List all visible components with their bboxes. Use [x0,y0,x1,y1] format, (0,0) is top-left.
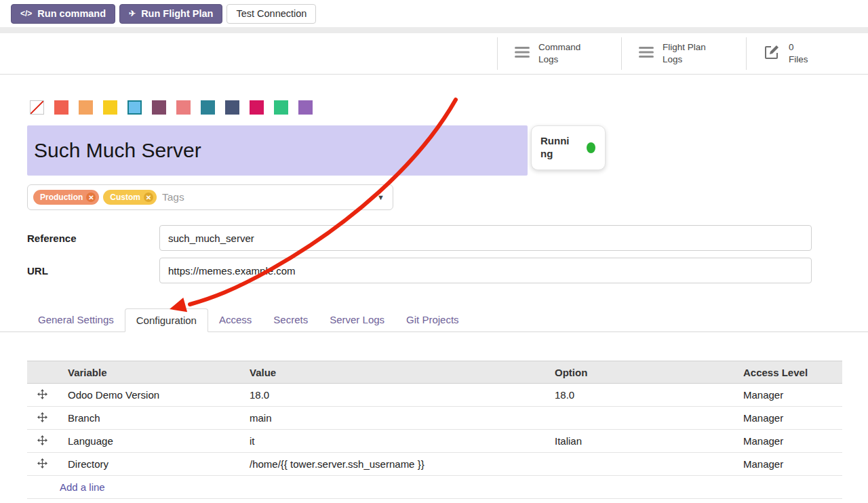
add-a-line-link[interactable]: Add a line [60,481,105,493]
table-row: Odoo Demo Version 18.0 18.0 Manager [27,384,842,407]
tags-placeholder: Tags [162,191,184,203]
status-badge: Running [531,125,606,170]
color-swatch-green[interactable] [274,100,288,115]
paper-plane-icon: ✈ [129,9,136,18]
cell-variable[interactable]: Odoo Demo Version [57,384,239,407]
tab-git-projects[interactable]: Git Projects [395,308,470,331]
cell-variable[interactable]: Directory [57,453,239,476]
cell-value[interactable]: /home/{{ tower.server.ssh_username }} [239,453,544,476]
url-input[interactable] [159,258,812,283]
server-name-input[interactable] [27,125,528,176]
color-swatch-none[interactable] [30,100,44,115]
color-swatch-cyan-selected[interactable] [127,100,142,115]
cell-variable[interactable]: Branch [57,407,239,430]
command-logs-label: Command Logs [538,41,580,66]
title-row: Running [27,125,868,176]
cell-access-level[interactable]: Manager [732,407,842,430]
color-swatch-salmon[interactable] [176,100,191,115]
top-toolbar: </> Run command ✈ Run Flight Plan Test C… [0,0,868,27]
run-flight-plan-button[interactable]: ✈ Run Flight Plan [119,4,222,24]
handle-column-header [27,361,57,384]
column-header-value: Value [239,361,544,384]
column-header-access-level: Access Level [732,361,842,384]
drag-handle-icon[interactable] [37,389,47,399]
color-swatch-orange[interactable] [79,100,93,115]
table-header-row: Variable Value Option Access Level [27,361,842,384]
configuration-table: Variable Value Option Access Level Odoo … [27,361,842,499]
run-command-button[interactable]: </> Run command [11,4,115,24]
add-line-row: Add a line [27,476,842,499]
tag-custom-remove-icon[interactable]: ✕ [144,193,153,202]
tab-configuration[interactable]: Configuration [125,308,208,332]
drag-handle-icon[interactable] [37,458,47,468]
files-button[interactable]: 0 Files [746,37,868,70]
tab-secrets[interactable]: Secrets [262,308,319,331]
cell-option[interactable]: 18.0 [544,384,732,407]
cell-option[interactable]: Italian [544,430,732,453]
tag-production: Production ✕ [33,190,99,205]
table-row: Language it Italian Manager [27,430,842,453]
color-swatch-navy[interactable] [225,100,239,115]
cell-access-level[interactable]: Manager [732,453,842,476]
cell-variable[interactable]: Language [57,430,239,453]
cell-access-level[interactable]: Manager [732,430,842,453]
color-swatch-dark-purple[interactable] [152,100,166,115]
tab-access[interactable]: Access [208,308,262,331]
flight-plan-logs-label: Flight Plan Logs [663,41,706,66]
table-row: Directory /home/{{ tower.server.ssh_user… [27,453,842,476]
flight-plan-logs-button[interactable]: Flight Plan Logs [621,37,746,70]
reference-label: Reference [27,233,159,244]
toolbar-separator [0,27,868,33]
tab-general-settings[interactable]: General Settings [27,308,125,331]
list-icon [639,47,654,60]
url-field-row: URL [27,258,868,283]
tab-bar: General Settings Configuration Access Se… [0,308,868,332]
cell-option[interactable] [544,453,732,476]
cell-option[interactable] [544,407,732,430]
tag-custom-label: Custom [110,193,140,202]
color-swatch-magenta[interactable] [250,100,264,115]
drag-handle-icon[interactable] [37,412,47,422]
status-label: Running [540,135,573,161]
table-row: Branch main Manager [27,407,842,430]
color-swatch-yellow[interactable] [103,100,117,115]
cell-value[interactable]: it [239,430,544,453]
cell-value[interactable]: main [239,407,544,430]
color-swatch-teal[interactable] [201,100,215,115]
tag-production-label: Production [40,193,83,202]
test-connection-label: Test Connection [236,8,307,19]
cell-access-level[interactable]: Manager [732,384,842,407]
color-palette [30,100,868,115]
main-content: Running Production ✕ Custom ✕ Tags ▼ Ref… [0,75,868,499]
page-header: Command Logs Flight Plan Logs 0 Files [0,33,868,75]
list-icon [515,47,530,60]
chevron-down-icon[interactable]: ▼ [377,193,384,201]
reference-field-row: Reference [27,225,868,251]
status-dot [587,142,595,153]
command-logs-button[interactable]: Command Logs [497,37,621,70]
tag-production-remove-icon[interactable]: ✕ [86,193,96,202]
run-flight-plan-label: Run Flight Plan [141,8,213,19]
color-swatch-violet[interactable] [298,100,313,115]
files-label: 0 Files [789,41,808,66]
edit-pencil-icon [764,44,780,63]
tags-input[interactable]: Production ✕ Custom ✕ Tags ▼ [27,184,393,210]
color-swatch-red[interactable] [54,100,68,115]
reference-input[interactable] [159,225,812,251]
drag-handle-icon[interactable] [37,435,47,445]
column-header-option: Option [544,361,732,384]
tab-server-logs[interactable]: Server Logs [319,308,395,331]
cell-value[interactable]: 18.0 [239,384,544,407]
code-icon: </> [20,9,32,18]
column-header-variable: Variable [57,361,239,384]
test-connection-button[interactable]: Test Connection [226,4,316,24]
url-label: URL [27,265,159,277]
run-command-label: Run command [37,8,106,19]
tag-custom: Custom ✕ [103,190,157,205]
